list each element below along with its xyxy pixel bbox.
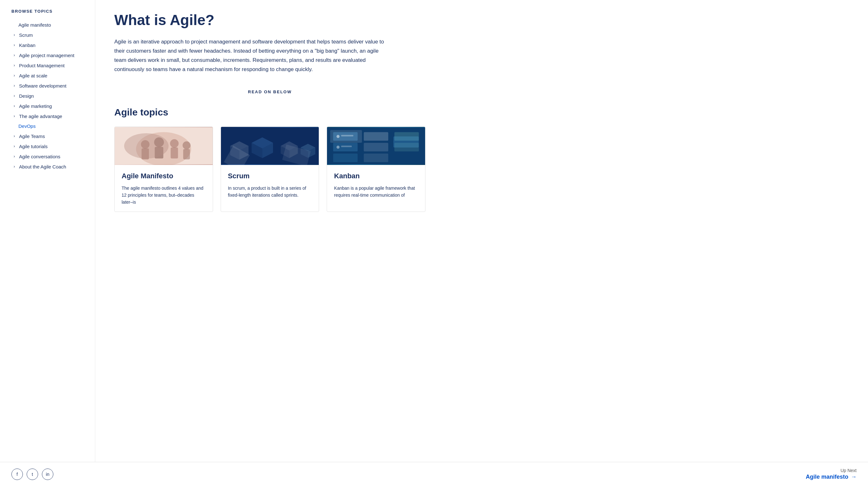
- card-body-kanban: Kanban Kanban is a popular agile framewo…: [327, 165, 425, 205]
- chevron-right-icon: ›: [11, 133, 17, 139]
- sidebar-item-agile-tutorials[interactable]: › Agile tutorials: [11, 141, 89, 151]
- sidebar-item-design[interactable]: › Design: [11, 91, 89, 101]
- card-image-manifesto: [115, 127, 213, 165]
- read-on-below-label: READ ON BELOW: [114, 90, 426, 94]
- sidebar-item-label: Scrum: [19, 32, 33, 38]
- sidebar-item-label: Agile at scale: [19, 73, 47, 78]
- svg-rect-24: [333, 132, 358, 140]
- svg-rect-7: [171, 147, 178, 158]
- card-body-manifesto: Agile Manifesto The agile manifesto outl…: [115, 165, 213, 212]
- sidebar-item-agile-at-scale[interactable]: › Agile at scale: [11, 70, 89, 80]
- sidebar-browse-topics-label: BROWSE TOPICS: [11, 9, 89, 14]
- sidebar-item-label: Agile Teams: [19, 134, 45, 139]
- svg-point-8: [183, 141, 190, 149]
- card-body-scrum: Scrum In scrum, a product is built in a …: [221, 165, 319, 205]
- social-icons: f t in: [11, 468, 53, 480]
- cards-row: Agile Manifesto The agile manifesto outl…: [114, 127, 426, 212]
- page-title: What is Agile?: [114, 11, 426, 29]
- sidebar-item-label: Agile conversations: [19, 154, 60, 159]
- sidebar-item-scrum[interactable]: › Scrum: [11, 30, 89, 40]
- card-title-scrum: Scrum: [228, 172, 312, 180]
- facebook-icon[interactable]: f: [11, 468, 23, 480]
- twitter-label: t: [32, 472, 33, 477]
- svg-point-34: [337, 145, 340, 149]
- up-next: Up Next Agile manifesto →: [806, 468, 857, 480]
- svg-point-1: [136, 132, 191, 165]
- sidebar-item-about-the-agile-coach[interactable]: › About the Agile Coach: [11, 161, 89, 172]
- svg-rect-31: [395, 143, 419, 151]
- page-description: Agile is an iterative approach to projec…: [114, 37, 387, 74]
- svg-rect-28: [364, 143, 388, 151]
- linkedin-icon[interactable]: in: [42, 468, 53, 480]
- svg-rect-3: [142, 148, 149, 159]
- scrum-illustration: [221, 127, 319, 165]
- card-text-scrum: In scrum, a product is built in a series…: [228, 185, 312, 199]
- facebook-label: f: [17, 472, 18, 477]
- sidebar-item-label: The agile advantage: [19, 114, 62, 119]
- card-image-scrum: [221, 127, 319, 165]
- chevron-right-icon: ›: [11, 73, 17, 78]
- arrow-right-icon: →: [851, 474, 857, 480]
- chevron-right-icon: ›: [11, 52, 17, 58]
- sidebar-item-label: Agile project management: [19, 53, 74, 58]
- svg-rect-27: [364, 132, 388, 140]
- card-title-manifesto: Agile Manifesto: [122, 172, 206, 180]
- sidebar-item-agile-project-management[interactable]: › Agile project management: [11, 50, 89, 60]
- linkedin-label: in: [46, 472, 50, 477]
- agile-topics-title: Agile topics: [114, 107, 426, 118]
- sidebar-item-label: Design: [19, 93, 34, 99]
- sidebar-item-label: DevOps: [19, 123, 36, 129]
- svg-rect-5: [155, 147, 163, 158]
- agile-manifesto-card[interactable]: Agile Manifesto The agile manifesto outl…: [114, 127, 213, 212]
- sidebar-item-agile-marketing[interactable]: › Agile marketing: [11, 101, 89, 111]
- chevron-right-icon: ›: [11, 93, 17, 99]
- card-text-kanban: Kanban is a popular agile framework that…: [334, 185, 418, 199]
- sidebar-item-kanban[interactable]: › Kanban: [11, 40, 89, 50]
- twitter-icon[interactable]: t: [27, 468, 38, 480]
- chevron-right-icon: ›: [11, 42, 17, 48]
- sidebar-item-agile-teams[interactable]: › Agile Teams: [11, 131, 89, 141]
- svg-rect-30: [395, 132, 419, 140]
- svg-rect-29: [364, 154, 388, 162]
- kanban-illustration: [327, 127, 425, 165]
- up-next-label: Up Next: [806, 468, 857, 473]
- svg-rect-26: [333, 154, 358, 162]
- kanban-card[interactable]: Kanban Kanban is a popular agile framewo…: [327, 127, 426, 212]
- chevron-right-icon: ›: [11, 103, 17, 109]
- up-next-link[interactable]: Agile manifesto →: [806, 474, 857, 480]
- sidebar-item-label: Agile marketing: [19, 103, 52, 109]
- svg-rect-35: [341, 145, 352, 147]
- sidebar-item-the-agile-advantage[interactable]: › The agile advantage: [11, 111, 89, 121]
- card-image-kanban: [327, 127, 425, 165]
- sidebar-item-label: About the Agile Coach: [19, 164, 66, 169]
- svg-point-4: [154, 137, 164, 147]
- up-next-text: Agile manifesto: [806, 474, 848, 480]
- chevron-right-icon: ›: [11, 83, 17, 89]
- svg-point-2: [141, 140, 150, 149]
- svg-rect-33: [341, 135, 354, 136]
- chevron-right-icon: ›: [11, 154, 17, 159]
- footer: f t in Up Next Agile manifesto →: [0, 462, 868, 486]
- scrum-card[interactable]: Scrum In scrum, a product is built in a …: [221, 127, 319, 212]
- sidebar-item-agile-conversations[interactable]: › Agile conversations: [11, 151, 89, 161]
- sidebar-item-software-development[interactable]: › Software development: [11, 80, 89, 91]
- card-text-manifesto: The agile manifesto outlines 4 values an…: [122, 185, 206, 206]
- sidebar-item-label: Kanban: [19, 42, 36, 48]
- chevron-right-icon: ›: [11, 63, 17, 68]
- card-title-kanban: Kanban: [334, 172, 418, 180]
- chevron-right-icon: ›: [11, 164, 17, 169]
- chevron-right-icon: ›: [11, 113, 17, 119]
- chevron-right-icon: ›: [11, 143, 17, 149]
- svg-point-32: [337, 135, 340, 138]
- sidebar: BROWSE TOPICS Agile manifesto › Scrum › …: [0, 0, 95, 462]
- svg-point-6: [170, 139, 179, 148]
- svg-rect-9: [183, 149, 190, 159]
- sidebar-item-label: Agile tutorials: [19, 144, 48, 149]
- sidebar-item-devops[interactable]: DevOps: [11, 121, 89, 131]
- sidebar-item-agile-manifesto[interactable]: Agile manifesto: [11, 20, 89, 30]
- sidebar-item-label: Software development: [19, 83, 66, 89]
- sidebar-item-product-management[interactable]: › Product Management: [11, 60, 89, 70]
- main-content: What is Agile? Agile is an iterative app…: [95, 0, 444, 462]
- svg-marker-19: [289, 146, 298, 158]
- sidebar-item-label: Agile manifesto: [19, 22, 51, 28]
